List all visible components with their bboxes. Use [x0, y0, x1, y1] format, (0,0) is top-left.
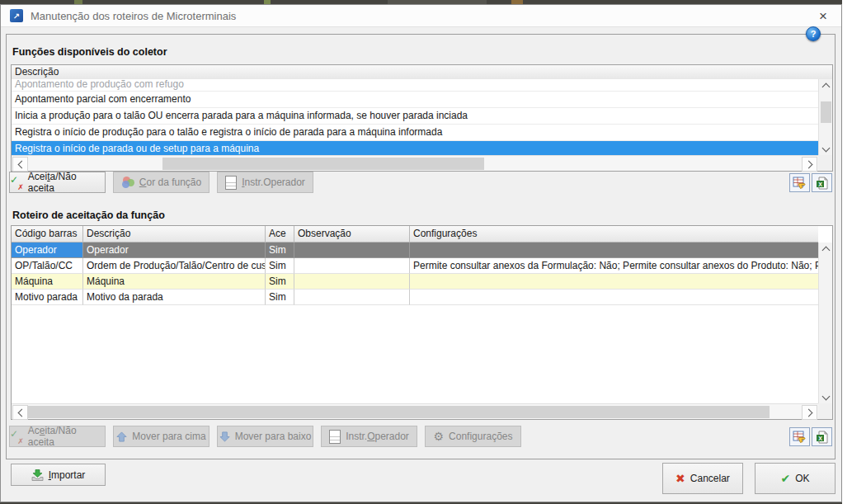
svg-text:X: X	[818, 181, 822, 186]
cell-configuracoes[interactable]	[410, 243, 818, 258]
close-icon[interactable]: ×	[812, 7, 834, 25]
button-label: Mover para cima	[132, 431, 205, 442]
ok-check-icon: ✔	[780, 472, 790, 485]
move-down-button[interactable]: Mover para baixo	[217, 426, 313, 447]
help-icon[interactable]: ?	[806, 26, 821, 41]
cell-ace[interactable]: Sim	[266, 243, 294, 258]
cell-codigo[interactable]: Motivo parada	[12, 290, 83, 305]
notepad-icon	[225, 176, 237, 190]
cell-descricao[interactable]: Motivo da parada	[83, 290, 266, 305]
cell-descricao[interactable]: Máquina	[83, 274, 266, 290]
grid-customize-button-top[interactable]	[789, 173, 810, 192]
cell-observacao[interactable]	[294, 243, 410, 258]
column-header[interactable]: Configurações	[410, 226, 818, 243]
gear-icon: ⚙	[434, 431, 445, 442]
cell-codigo[interactable]: Máquina	[12, 274, 83, 290]
export-excel-button-top[interactable]: X	[812, 173, 832, 192]
color-circles-icon	[121, 177, 134, 188]
cell-descricao[interactable]: Ordem de Produção/Talão/Centro de custo	[83, 258, 266, 274]
app-icon: ↗	[10, 9, 23, 22]
accept-reject-button-bottom[interactable]: ✓✗ Aceita/Não aceita	[9, 426, 106, 447]
list-item[interactable]: Apontamento de produção com refugo	[12, 79, 818, 92]
cell-ace[interactable]: Sim	[266, 274, 294, 290]
configurations-button[interactable]: ⚙ Configurações	[425, 426, 521, 447]
button-label: OK	[795, 473, 809, 484]
functions-listbox: Descrição Apontamento de produção com re…	[11, 64, 833, 172]
operator-instructions-button-bottom[interactable]: Instr.Operador	[321, 426, 417, 447]
svg-text:X: X	[818, 435, 822, 440]
scroll-down-icon[interactable]	[819, 143, 832, 155]
scrollbar-corner	[818, 403, 832, 419]
import-button[interactable]: Importar	[11, 464, 106, 486]
cell-codigo-focused[interactable]: Operador	[12, 243, 83, 258]
functions-section-title: Funções disponíveis do coletor	[12, 46, 167, 58]
scrollbar-thumb[interactable]	[821, 101, 831, 123]
cell-codigo[interactable]: OP/Talão/CC	[12, 258, 83, 274]
scroll-up-icon[interactable]	[819, 79, 832, 92]
cell-configuracoes[interactable]	[410, 274, 818, 290]
titlebar: ↗ Manutenção dos roteiros de Microtermin…	[1, 5, 841, 27]
arrow-down-icon	[219, 431, 230, 442]
functions-list: Apontamento de produção com refugo Apont…	[12, 79, 818, 155]
route-vertical-scrollbar[interactable]	[818, 243, 832, 403]
excel-icon: X	[816, 431, 829, 444]
export-excel-button-bottom[interactable]: X	[812, 427, 832, 446]
functions-horizontal-scrollbar[interactable]	[12, 155, 818, 171]
cell-configuracoes[interactable]: Permite consultar anexos da Formulação: …	[410, 258, 818, 274]
column-header[interactable]: Ace	[266, 226, 294, 243]
scroll-right-icon[interactable]	[802, 405, 817, 420]
cell-observacao[interactable]	[294, 274, 410, 290]
scrollbar-thumb[interactable]	[162, 158, 484, 170]
button-label: Aceita/Não aceita	[28, 171, 105, 194]
check-cross-icon: ✓✗	[10, 177, 23, 189]
table-row[interactable]: Máquina Máquina Sim	[12, 274, 818, 290]
table-row[interactable]: OP/Talão/CC Ordem de Produção/Talão/Cent…	[12, 258, 818, 274]
table-row-selected[interactable]: Operador Operador Sim	[12, 243, 818, 258]
button-label: Cor da função	[139, 177, 201, 188]
cell-observacao[interactable]	[294, 290, 410, 305]
button-label: Importar	[49, 469, 86, 481]
list-item-selected[interactable]: Registra o início de parada ou de setup …	[12, 141, 818, 155]
button-label: Mover para baixo	[235, 431, 312, 442]
functions-vertical-scrollbar[interactable]	[818, 79, 832, 155]
button-label: Aceita/Não aceita	[28, 425, 105, 448]
table-row[interactable]: Motivo parada Motivo da parada Sim	[12, 290, 818, 305]
column-header[interactable]: Descrição	[83, 226, 266, 243]
move-up-button[interactable]: Mover para cima	[113, 426, 209, 447]
cancel-x-icon: ✖	[675, 472, 685, 485]
operator-instructions-button-top[interactable]: Instr.Operador	[217, 172, 313, 193]
route-grid: Código barras Descrição Ace Observação C…	[11, 225, 833, 420]
import-icon	[31, 469, 44, 481]
cell-descricao[interactable]: Operador	[83, 243, 266, 258]
scrollbar-corner	[818, 155, 832, 171]
route-horizontal-scrollbar[interactable]	[12, 403, 818, 419]
column-header[interactable]: Observação	[294, 226, 410, 243]
scroll-left-icon[interactable]	[12, 405, 28, 420]
function-color-button[interactable]: Cor da função	[113, 172, 209, 193]
scroll-left-icon[interactable]	[12, 157, 28, 172]
scroll-right-icon[interactable]	[802, 157, 817, 172]
scroll-down-icon[interactable]	[819, 391, 832, 403]
cell-ace[interactable]: Sim	[266, 258, 294, 274]
column-header[interactable]: Código barras	[12, 226, 83, 243]
cancel-button[interactable]: ✖ Cancelar	[662, 463, 743, 494]
route-grid-header: Código barras Descrição Ace Observação C…	[12, 226, 832, 243]
list-item[interactable]: Registra o início de produção para o tal…	[12, 125, 818, 141]
scrollbar-thumb[interactable]	[27, 406, 770, 418]
check-cross-icon: ✓✗	[10, 431, 23, 443]
ok-button[interactable]: ✔ OK	[755, 463, 836, 494]
accept-reject-button-top[interactable]: ✓✗ Aceita/Não aceita	[9, 172, 106, 193]
grid-customize-button-bottom[interactable]	[789, 427, 810, 446]
scroll-up-icon[interactable]	[819, 243, 832, 255]
cell-observacao[interactable]	[294, 258, 410, 274]
list-item[interactable]: Apontamento parcial com encerramento	[12, 92, 818, 108]
functions-column-header[interactable]: Descrição	[12, 65, 832, 80]
grid-hand-icon	[793, 431, 807, 444]
notepad-icon	[329, 430, 341, 444]
button-label: Cancelar	[690, 473, 730, 484]
button-label: Configurações	[449, 431, 512, 442]
cell-configuracoes[interactable]	[410, 290, 818, 305]
cell-ace[interactable]: Sim	[266, 290, 294, 305]
excel-icon: X	[816, 177, 829, 190]
list-item[interactable]: Inicia a produção para o talão OU encerr…	[12, 108, 818, 125]
